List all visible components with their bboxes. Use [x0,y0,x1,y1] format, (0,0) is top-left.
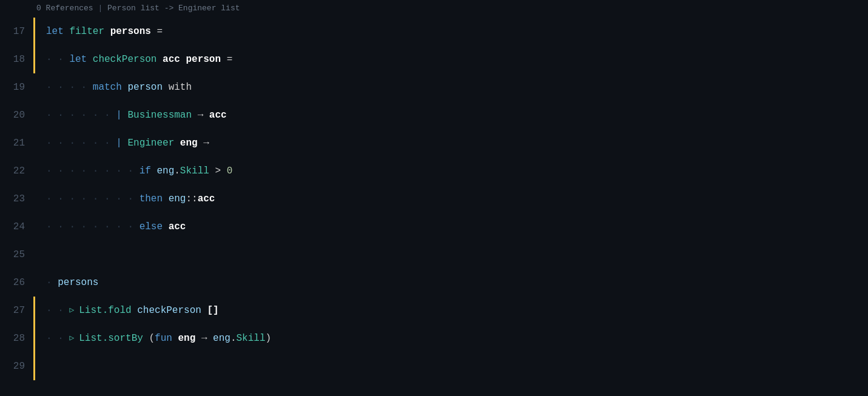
line-number-23: 23 [0,185,33,213]
line-number-27: 27 [0,297,33,324]
dot-sym2: . [230,324,237,352]
kw-with: with [169,73,192,101]
case-engineer: Engineer [127,129,180,157]
param-person: person [186,45,226,73]
arrow-sym: → [198,101,209,129]
sym-eq: = [156,18,163,45]
pipe-sym: | [116,101,127,129]
line-content-18: · · let checkPerson acc person = [35,45,232,73]
kw-if: if [140,157,157,185]
indent-dots: · · · · · · [46,129,116,157]
fn-checkperson: checkPerson [93,45,163,73]
result-acc: acc [209,101,227,129]
dot-sym: . [174,157,180,185]
num-zero: 0 [227,157,233,185]
line-number-19: 19 [0,73,33,101]
code-line-26: 26 · persons [0,269,868,297]
code-line-29: 29 [0,352,868,380]
line-content-23: · · · · · · · · then eng::acc [35,185,215,213]
indent-dot: · [46,269,58,297]
play-icon-28[interactable]: ▷ [69,324,74,352]
var-eng2: eng [156,157,174,185]
line-number-20: 20 [0,101,33,129]
line-number-29: 29 [0,352,33,380]
line-number-21: 21 [0,129,33,157]
param-acc: acc [163,45,186,73]
line-content-17: let filter persons = [35,18,163,45]
line-content-22: · · · · · · · · if eng.Skill > 0 [35,157,232,185]
indent-dots: · · · · [46,73,93,101]
code-lines: 17 let filter persons = 18 · · let check… [0,16,868,380]
code-line-27: 27 · · ▷List.fold checkPerson [] [0,297,868,324]
line-content-21: · · · · · · | Engineer eng → [35,129,209,157]
empty-list: [] [207,297,218,324]
code-line-24: 24 · · · · · · · · else acc [0,213,868,241]
kw-then: then [140,185,169,213]
reference-bar: 0 References | Person list -> Engineer l… [0,0,868,16]
arrow-sym2: → [203,129,209,157]
line-number-24: 24 [0,213,33,241]
kw-else: else [140,213,169,241]
paren-open: ( [149,324,155,352]
yellow-bar-29 [33,352,35,380]
line-number-22: 22 [0,157,33,185]
cons-sym: :: [186,185,197,213]
var-eng: eng [180,129,203,157]
kw-filter: filter [69,18,110,45]
kw-match: match [93,73,128,101]
kw-let: let [46,18,69,45]
line-number-17: 17 [0,18,33,45]
prop-skill2: Skill [237,324,266,352]
sym-eq2: = [227,45,233,73]
line-content-20: · · · · · · | Businessman → acc [35,101,227,129]
line-content-19: · · · · match person with [35,73,192,101]
line-number-26: 26 [0,269,33,297]
indent-dots: · · · · · · · · [46,213,140,241]
line-content-28: · · ▷List.sortBy (fun eng → eng.Skill) [35,324,271,352]
indent-dots: · · · · · · [46,101,116,129]
code-line-19: 19 · · · · match person with [0,73,868,101]
line-content-26: · persons [35,269,98,297]
var-checkperson2: checkPerson [137,297,207,324]
code-line-20: 20 · · · · · · | Businessman → acc [0,101,868,129]
var-acc2: acc [198,185,215,213]
pipe-sym2: | [116,129,127,157]
var-eng4: eng [213,324,230,352]
var-eng3: eng [169,185,186,213]
gt-sym: > [215,157,226,185]
indent-dots: · · · · · · · · [46,157,140,185]
code-editor: 0 References | Person list -> Engineer l… [0,0,868,396]
indent-dots: · · [46,297,69,324]
ref-type: Person list -> Engineer list [107,4,240,13]
code-line-21: 21 · · · · · · | Engineer eng → [0,129,868,157]
line-number-25: 25 [0,241,33,269]
kw-let2: let [69,45,92,73]
var-persons2: persons [58,269,98,297]
code-line-23: 23 · · · · · · · · then eng::acc [0,185,868,213]
code-line-17: 17 let filter persons = [0,18,868,45]
code-line-18: 18 · · let checkPerson acc person = [0,45,868,73]
var-acc3: acc [169,213,186,241]
code-line-28: 28 · · ▷List.sortBy (fun eng → eng.Skill… [0,324,868,352]
code-line-25: 25 [0,241,868,269]
indent-dots: · · [46,324,69,352]
indent-dots: · · [46,45,69,73]
play-icon-27[interactable]: ▷ [69,297,74,324]
fn-list-fold: List.fold [79,297,137,324]
ref-separator: | [98,4,107,13]
code-line-22: 22 · · · · · · · · if eng.Skill > 0 [0,157,868,185]
kw-fun: fun [155,324,178,352]
line-content-24: · · · · · · · · else acc [35,213,186,241]
var-persons: persons [110,18,157,45]
line-number-18: 18 [0,45,33,73]
param-eng: eng [178,324,201,352]
paren-close: ) [266,324,272,352]
arrow-sym3: → [201,324,213,352]
var-person: person [127,73,168,101]
fn-list-sortby: List.sortBy [79,324,149,352]
line-number-28: 28 [0,324,33,352]
line-content-27: · · ▷List.fold checkPerson [] [35,297,219,324]
indent-dots: · · · · · · · · [46,185,140,213]
prop-skill: Skill [180,157,215,185]
case-businessman: Businessman [127,101,197,129]
